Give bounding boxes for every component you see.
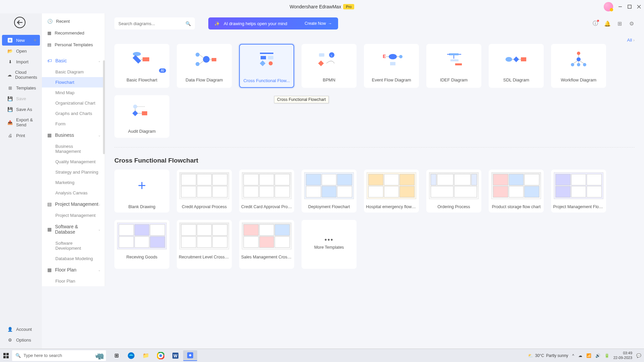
sub-form[interactable]: Form bbox=[42, 119, 105, 129]
sub-mind-map[interactable]: Mind Map bbox=[42, 87, 105, 98]
file-options[interactable]: ⚙ Options bbox=[0, 335, 42, 345]
svg-rect-25 bbox=[318, 61, 324, 66]
file-save-as[interactable]: 💾 Save As bbox=[0, 104, 42, 115]
card-cross-functional[interactable]: Cross Functional Flow... bbox=[239, 44, 294, 88]
svg-rect-13 bbox=[212, 58, 216, 61]
minimize-button[interactable] bbox=[618, 4, 623, 9]
battery-icon[interactable]: 🔋 bbox=[604, 353, 609, 358]
sub-flowchart[interactable]: Flowchart bbox=[42, 77, 105, 87]
cat-business[interactable]: ▦ Business ⌄ bbox=[42, 129, 105, 141]
tmpl-credit-card-approval[interactable]: Credit Card Approval Proc... bbox=[239, 170, 294, 213]
sub-quality-mgmt[interactable]: Quality Management bbox=[42, 157, 105, 167]
search-icon[interactable]: 🔍 bbox=[185, 21, 191, 26]
svg-point-43 bbox=[577, 63, 580, 66]
tmpl-recruitment[interactable]: Recruitment Level Cross F... bbox=[177, 220, 232, 269]
ai-banner[interactable]: ✨ AI drawing helps open your mind Create… bbox=[208, 17, 338, 29]
volume-icon[interactable]: 🔊 bbox=[595, 353, 600, 358]
card-sdl[interactable]: SDL Diagram bbox=[489, 44, 544, 88]
settings-icon[interactable]: ⚙ bbox=[629, 20, 635, 26]
sub-org-chart[interactable]: Organizational Chart bbox=[42, 98, 105, 108]
sub-pm[interactable]: Project Management bbox=[42, 210, 105, 221]
cat-floor[interactable]: ▦ Floor Plan ⌄ bbox=[42, 264, 105, 276]
sub-floor-plan[interactable]: Floor Plan bbox=[42, 276, 105, 286]
nav-recommended[interactable]: ▦ Recommended bbox=[42, 27, 105, 39]
card-data-flow[interactable]: Data Flow Diagram bbox=[177, 44, 232, 88]
svg-point-5 bbox=[133, 52, 141, 56]
card-workflow[interactable]: Workflow Diagram bbox=[551, 44, 606, 88]
taskbar-search[interactable]: 🔍 Type here to search 🦏 bbox=[12, 350, 106, 361]
main-content: 🔍 ✨ AI drawing helps open your mind Crea… bbox=[105, 13, 644, 349]
file-import[interactable]: ⬇ Import bbox=[0, 56, 42, 67]
tmpl-sales-mgmt[interactable]: Sales Management Crossf... bbox=[239, 220, 294, 269]
start-button[interactable] bbox=[3, 352, 9, 359]
tmpl-project-mgmt[interactable]: Project Management Flow... bbox=[551, 170, 606, 213]
tmpl-credit-approval[interactable]: Credit Approval Process bbox=[177, 170, 232, 213]
tmpl-label: Ordering Process bbox=[426, 202, 481, 213]
card-basic-flowchart[interactable]: AI Basic Flowchart bbox=[114, 44, 169, 88]
apps-icon[interactable]: ⊞ bbox=[616, 20, 623, 26]
sub-marketing[interactable]: Marketing bbox=[42, 177, 105, 188]
app-explorer[interactable]: 📁 bbox=[139, 350, 153, 361]
sub-business-mgmt[interactable]: Business Management bbox=[42, 141, 105, 157]
nav-personal[interactable]: ▤ Personal Templates bbox=[42, 39, 105, 51]
sub-basic-diagram[interactable]: Basic Diagram bbox=[42, 67, 105, 77]
app-chrome[interactable] bbox=[154, 350, 168, 361]
tmpl-more[interactable]: ••• More Templates bbox=[302, 220, 357, 269]
tmpl-product-storage[interactable]: Product storage flow chart bbox=[489, 170, 544, 213]
card-event-flow[interactable]: E Event Flow Diagram bbox=[364, 44, 419, 88]
sub-graphs-charts[interactable]: Graphs and Charts bbox=[42, 108, 105, 119]
search-box[interactable]: 🔍 bbox=[114, 17, 195, 29]
file-options-label: Options bbox=[16, 338, 31, 343]
tmpl-ordering[interactable]: Ordering Process bbox=[426, 170, 481, 213]
file-new[interactable]: New + bbox=[2, 35, 40, 46]
file-export[interactable]: 📤 Export & Send bbox=[0, 115, 42, 130]
close-button[interactable] bbox=[637, 4, 641, 9]
tmpl-hospital[interactable]: Hospital emergency flow c... bbox=[364, 170, 419, 213]
card-bpmn[interactable]: L BPMN bbox=[302, 44, 357, 88]
user-avatar[interactable] bbox=[604, 2, 613, 11]
card-audit[interactable]: Audit Diagram bbox=[114, 95, 169, 138]
file-templates[interactable]: ⊞ Templates bbox=[0, 82, 42, 93]
gear-icon: ⚙ bbox=[7, 337, 13, 343]
cat-basic[interactable]: 🏷 Basic ⌄ bbox=[42, 55, 105, 67]
task-view-button[interactable]: ⊞ bbox=[109, 350, 123, 361]
file-open[interactable]: 📂 Open bbox=[0, 46, 42, 56]
search-input[interactable] bbox=[118, 21, 185, 26]
taskbar-search-text: Type here to search bbox=[23, 353, 62, 358]
card-label: SDL Diagram bbox=[489, 75, 544, 86]
maximize-button[interactable] bbox=[627, 4, 632, 9]
card-idef[interactable]: IDEF Diagram bbox=[426, 44, 481, 88]
file-cloud[interactable]: ☁ Cloud Documents bbox=[0, 67, 42, 82]
file-print[interactable]: 🖨 Print bbox=[0, 130, 42, 141]
file-account[interactable]: 👤 Account bbox=[0, 324, 42, 335]
tray-chevron-icon[interactable]: ^ bbox=[572, 353, 574, 358]
svg-rect-19 bbox=[268, 56, 273, 59]
weather-widget[interactable]: ⛅ 30°C Partly sunny bbox=[528, 353, 568, 358]
tmpl-receiving-goods[interactable]: Receving Goods bbox=[114, 220, 169, 269]
sub-analysis-canvas[interactable]: Analysis Canvas bbox=[42, 188, 105, 198]
sub-sw-dev[interactable]: Software Development bbox=[42, 238, 105, 253]
notifications-icon[interactable]: 💬 bbox=[636, 353, 641, 358]
sub-strategy[interactable]: Strategy and Planning bbox=[42, 167, 105, 177]
app-edrawmax[interactable] bbox=[183, 350, 197, 361]
taskbar-clock[interactable]: 03:49 22-09-2023 bbox=[613, 351, 632, 360]
sub-db-modeling[interactable]: Database Modeling bbox=[42, 253, 105, 264]
all-link[interactable]: All › bbox=[114, 35, 635, 44]
help-icon[interactable]: ⓘ bbox=[592, 20, 598, 26]
create-now-button[interactable]: Create Now → bbox=[305, 21, 332, 26]
app-word[interactable]: W bbox=[168, 350, 182, 361]
bell-icon[interactable]: 🔔 bbox=[604, 20, 610, 26]
wifi-icon[interactable]: 📶 bbox=[586, 353, 591, 358]
add-icon[interactable]: + bbox=[34, 37, 37, 43]
nav-recent[interactable]: 🕓 Recent bbox=[42, 15, 105, 27]
cat-sw[interactable]: ▦ Software & Database ⌄ bbox=[42, 221, 105, 238]
back-button[interactable] bbox=[14, 17, 25, 28]
cat-pm[interactable]: ▤ Project Management ⌄ bbox=[42, 198, 105, 210]
tmpl-deployment[interactable]: Deployment Flowchart bbox=[302, 170, 357, 213]
app-edge[interactable] bbox=[124, 350, 138, 361]
category-sidebar: 🕓 Recent ▦ Recommended ▤ Personal Templa… bbox=[42, 13, 105, 286]
cat-basic-label: Basic bbox=[55, 58, 67, 63]
onedrive-icon[interactable]: ☁ bbox=[578, 353, 582, 358]
tmpl-blank[interactable]: + Blank Drawing bbox=[114, 170, 169, 213]
folder-open-icon: 📂 bbox=[7, 48, 13, 54]
